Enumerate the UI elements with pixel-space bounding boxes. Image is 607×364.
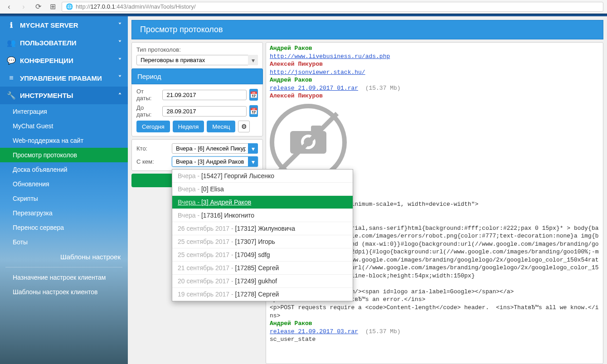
- chevron-down-icon[interactable]: ▾: [248, 156, 258, 167]
- log-link[interactable]: http://www.livebusiness.ru/ads.php: [270, 53, 390, 60]
- info-icon: ℹ: [6, 21, 16, 29]
- camera-icon: [290, 131, 326, 154]
- sidebar-item-integration[interactable]: Интеграция: [0, 104, 128, 119]
- log-sender: Алексей Пикуров: [270, 92, 599, 100]
- divider: [5, 267, 122, 267]
- week-button[interactable]: Неделя: [173, 121, 204, 132]
- back-button[interactable]: ‹: [4, 1, 15, 12]
- chevron-down-icon[interactable]: ▾: [248, 143, 258, 154]
- sidebar-item-bots[interactable]: Боты: [0, 235, 128, 249]
- dropdown-item[interactable]: 25 сентябрь 2017 - [17049] sdfg: [172, 248, 353, 262]
- sidebar: ℹ MYCHAT SERVER ˅ 👥 ПОЛЬЗОВАТЕЛИ ˅ 💬 КОН…: [0, 16, 128, 364]
- calendar-icon[interactable]: 📅: [249, 89, 258, 101]
- dropdown-item[interactable]: Вчера - [17316] Инкогнито: [172, 209, 353, 222]
- log-code: sc_user_state: [270, 335, 599, 344]
- dropdown-item[interactable]: Вчера - [3] Андрей Раков: [172, 196, 353, 209]
- list-icon: ≡: [6, 74, 16, 82]
- calendar-icon[interactable]: 📅: [249, 105, 258, 117]
- from-date-label: От даты:: [136, 88, 160, 102]
- sidebar-item-reboot[interactable]: Перезагрузка: [0, 206, 128, 220]
- dropdown-item[interactable]: 25 сентябрь 2017 - [17307] Игорь: [172, 235, 353, 248]
- reload-button[interactable]: ⟳: [33, 1, 44, 12]
- url-path: :443/admin/#/navTools/History/: [115, 3, 196, 10]
- with-select[interactable]: [172, 156, 258, 167]
- sidebar-label: КОНФЕРЕНЦИИ: [20, 57, 73, 64]
- who-select[interactable]: [172, 143, 258, 154]
- dropdown-item[interactable]: 19 сентябрь 2017 - [17278] Сергей: [172, 288, 353, 301]
- log-file-size: (15.37 Mb): [365, 328, 401, 335]
- main: Просмотр протоколов Тип протоколов: ▾ Пе…: [128, 16, 607, 364]
- dropdown-item[interactable]: Вчера - [15427] Георгий Лысенко: [172, 170, 353, 183]
- sidebar-item-websupport[interactable]: Web-поддержка на сайт: [0, 133, 128, 148]
- url-prefix: http://: [76, 3, 91, 10]
- chevron-down-icon: ˅: [118, 57, 121, 64]
- month-button[interactable]: Месяц: [207, 121, 235, 132]
- chevron-down-icon: ˅: [118, 39, 121, 47]
- today-button[interactable]: Сегодня: [136, 121, 170, 132]
- log-sender: Андрей Раков: [270, 320, 599, 328]
- sidebar-item-assign[interactable]: Назначение настроек клиентам: [0, 270, 128, 285]
- forward-button[interactable]: ›: [18, 1, 29, 12]
- with-dropdown: Вчера - [15427] Георгий ЛысенкоВчера - […: [172, 169, 353, 301]
- log-sender: Алексей Пикуров: [270, 60, 599, 68]
- apps-button[interactable]: ⊞: [47, 1, 58, 12]
- type-label: Тип протоколов:: [136, 46, 258, 53]
- url-bar[interactable]: 🌐 http://127.0.0.1:443/admin/#/navTools/…: [62, 2, 603, 12]
- users-icon: 👥: [6, 39, 16, 47]
- log-link[interactable]: http://jsonviewer.stack.hu/: [270, 69, 365, 76]
- log-file-link[interactable]: release_21.09.2017_03.rar: [270, 328, 358, 335]
- to-date-label: До даты:: [136, 104, 160, 118]
- chevron-down-icon: ˅: [118, 74, 121, 82]
- page-title: Просмотр протоколов: [131, 20, 603, 39]
- settings-icon[interactable]: ⚙: [238, 121, 250, 132]
- period-title: Период: [131, 68, 263, 84]
- sidebar-label: ПОЛЬЗОВАТЕЛИ: [20, 39, 77, 47]
- to-date-input[interactable]: [162, 106, 247, 116]
- who-label: Кто:: [136, 145, 169, 152]
- sidebar-label: УПРАВЛЕНИЕ ПРАВАМИ: [20, 74, 102, 82]
- url-host: 127.0.0.1: [91, 3, 115, 10]
- wrench-icon: 🔧: [6, 91, 16, 100]
- chevron-down-icon: ˅: [118, 22, 121, 29]
- sidebar-item-board[interactable]: Доска объявлений: [0, 162, 128, 177]
- protocol-type-select[interactable]: [136, 55, 258, 65]
- sidebar-section-users[interactable]: 👥 ПОЛЬЗОВАТЕЛИ ˅: [0, 34, 128, 52]
- filters-panel: Тип протоколов: ▾ Период От даты: 📅 До д…: [131, 42, 263, 364]
- dropdown-item[interactable]: 20 сентябрь 2017 - [17249] gukhof: [172, 275, 353, 288]
- from-date-input[interactable]: [162, 90, 247, 100]
- sidebar-item-migrate[interactable]: Перенос сервера: [0, 220, 128, 235]
- dropdown-item[interactable]: Вчера - [0] Elisa: [172, 183, 353, 196]
- sidebar-section-tools[interactable]: 🔧 ИНСТРУМЕНТЫ ˄: [0, 87, 128, 104]
- sidebar-item-scripts[interactable]: Скрипты: [0, 191, 128, 206]
- browser-toolbar: ‹ › ⟳ ⊞ 🌐 http://127.0.0.1:443/admin/#/n…: [0, 0, 607, 14]
- chevron-up-icon: ˄: [118, 92, 121, 99]
- sidebar-section-rights[interactable]: ≡ УПРАВЛЕНИЕ ПРАВАМИ ˅: [0, 69, 128, 87]
- log-sender: Андрей Раков: [270, 44, 599, 53]
- sidebar-section-server[interactable]: ℹ MYCHAT SERVER ˅: [0, 16, 128, 34]
- sidebar-label: MYCHAT SERVER: [20, 21, 78, 29]
- log-file-link[interactable]: release_21.09.2017_01.rar: [270, 85, 358, 92]
- chevron-down-icon[interactable]: ▾: [248, 55, 258, 65]
- sidebar-item-updates[interactable]: Обновления: [0, 177, 128, 191]
- sidebar-item-client-templates[interactable]: Шаблоны настроек клиентов: [0, 285, 128, 299]
- sidebar-item-guest[interactable]: MyChat Guest: [0, 119, 128, 133]
- chat-icon: 💬: [6, 56, 16, 65]
- sidebar-templates-label[interactable]: Шаблоны настроек: [0, 249, 128, 264]
- sidebar-label: ИНСТРУМЕНТЫ: [20, 92, 73, 99]
- log-sender: Андрей Раков: [270, 76, 599, 84]
- log-code: <p>POST requests require a <code>Content…: [270, 304, 599, 320]
- sidebar-item-history[interactable]: Просмотр протоколов: [0, 148, 128, 162]
- sidebar-section-conf[interactable]: 💬 КОНФЕРЕНЦИИ ˅: [0, 52, 128, 69]
- with-label: С кем:: [136, 158, 169, 165]
- dropdown-item[interactable]: 21 сентябрь 2017 - [17285] Сергей: [172, 262, 353, 275]
- dropdown-item[interactable]: 26 сентябрь 2017 - [17312] Жилуновича: [172, 222, 353, 235]
- log-file-size: (15.37 Mb): [365, 85, 401, 92]
